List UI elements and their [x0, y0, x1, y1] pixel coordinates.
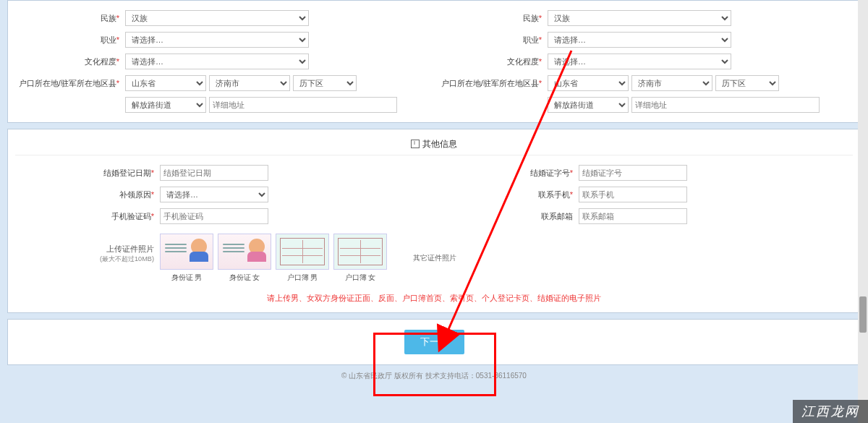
label-cert-no: 结婚证字号*: [434, 168, 579, 179]
info-icon: [411, 140, 420, 148]
select-street-r[interactable]: 解放路街道: [548, 97, 629, 113]
select-district[interactable]: 历下区: [293, 75, 357, 91]
input-detail-address[interactable]: [209, 97, 397, 113]
select-occupation[interactable]: 请选择…: [125, 32, 309, 48]
input-email[interactable]: [579, 208, 687, 224]
label-occupation: 职业*: [18, 35, 125, 46]
upload-note: 请上传男、女双方身份证正面、反面、户口簿首页、索引页、个人登记卡页、结婚证的电子…: [15, 293, 853, 304]
label-occupation-r: 职业*: [441, 35, 548, 46]
label-education-r: 文化程度*: [441, 56, 548, 67]
other-info-panel: 其他信息 结婚登记日期* 补领原因* 请选择… 手机验证码* 结婚: [7, 129, 861, 313]
select-ethnicity-r[interactable]: 汉族: [548, 10, 731, 26]
page-scrollbar[interactable]: [858, 0, 868, 423]
section-title-other: 其他信息: [15, 134, 853, 155]
label-region: 户口所在地/驻军所在地区县*: [18, 78, 125, 89]
select-city[interactable]: 济南市: [209, 75, 290, 91]
select-ethnicity[interactable]: 汉族: [125, 10, 309, 26]
input-cert-no[interactable]: [579, 165, 687, 181]
button-panel: 下一步: [7, 319, 861, 365]
upload-label: 上传证件照片 (最大不超过10MB): [15, 234, 160, 283]
page-footer: © 山东省民政厅 版权所有 技术支持电话：0531-86116570: [7, 365, 861, 387]
select-education[interactable]: 请选择…: [125, 54, 309, 69]
select-province[interactable]: 山东省: [125, 75, 206, 91]
select-reason[interactable]: 请选择…: [160, 187, 268, 202]
select-street[interactable]: 解放路街道: [125, 97, 206, 113]
person-info-panel: 民族* 汉族 职业* 请选择… 文化程度* 请选择… 户口所在地/驻军所在地区县…: [7, 0, 861, 123]
thumb-id-male[interactable]: 身份证 男: [160, 234, 213, 283]
label-region-r: 户口所在地/驻军所在地区县*: [441, 78, 548, 89]
select-province-r[interactable]: 山东省: [548, 75, 629, 91]
thumb-id-female[interactable]: 身份证 女: [218, 234, 271, 283]
input-captcha[interactable]: [160, 208, 268, 224]
label-education: 文化程度*: [18, 56, 125, 67]
label-email: 联系邮箱: [434, 211, 579, 222]
label-phone: 联系手机*: [434, 189, 579, 200]
input-phone[interactable]: [579, 187, 687, 202]
person-left-column: 民族* 汉族 职业* 请选择… 文化程度* 请选择… 户口所在地/驻军所在地区县…: [15, 5, 430, 118]
thumb-hukou-male[interactable]: 户口簿 男: [276, 234, 329, 283]
label-ethnicity: 民族*: [18, 13, 125, 24]
select-occupation-r[interactable]: 请选择…: [548, 32, 731, 48]
input-reg-date[interactable]: [160, 165, 268, 181]
label-reason: 补领原因*: [15, 189, 160, 200]
person-right-column: 民族* 汉族 职业* 请选择… 文化程度* 请选择… 户口所在地/驻军所在地区县…: [438, 5, 853, 118]
watermark: 江西龙网: [793, 400, 868, 423]
select-district-r[interactable]: 历下区: [715, 75, 779, 91]
select-city-r[interactable]: 济南市: [631, 75, 712, 91]
thumb-hukou-female[interactable]: 户口簿 女: [333, 234, 387, 283]
next-button[interactable]: 下一步: [404, 330, 464, 354]
label-captcha: 手机验证码*: [15, 211, 160, 222]
label-reg-date: 结婚登记日期*: [15, 168, 160, 179]
label-ethnicity-r: 民族*: [441, 13, 548, 24]
input-detail-address-r[interactable]: [631, 97, 820, 113]
thumb-other-docs[interactable]: 其它证件照片: [413, 253, 456, 263]
select-education-r[interactable]: 请选择…: [548, 54, 731, 69]
